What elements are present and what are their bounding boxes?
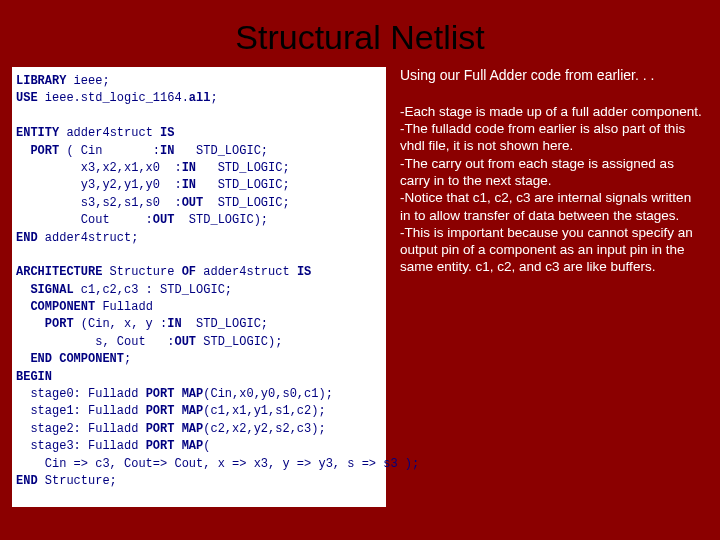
vhdl-code: LIBRARY ieee; USE ieee.std_logic_1164.al… [12,67,386,507]
t: adder4struct; [38,231,139,245]
t: ; [210,91,217,105]
kw: COMPONENT [16,300,95,314]
content-row: LIBRARY ieee; USE ieee.std_logic_1164.al… [0,67,720,507]
kw: OUT [182,196,204,210]
t: s3,s2,s1,s0 : [16,196,182,210]
t: STD_LOGIC; [196,178,290,192]
slide-title: Structural Netlist [0,0,720,67]
kw: END COMPONENT [16,352,124,366]
bullet-list: -Each stage is made up of a full adder c… [400,103,702,276]
t: ; [124,352,131,366]
kw: OUT [153,213,175,227]
t: adder4struct [59,126,160,140]
t: y3,y2,y1,y0 : [16,178,182,192]
kw: SIGNAL [16,283,74,297]
kw: IS [160,126,174,140]
t: Cin => c3, Cout=> Cout, x => x3, y => y3… [16,457,419,471]
kw: ARCHITECTURE [16,265,102,279]
kw: PORT [16,144,59,158]
kw: IN [182,161,196,175]
t: STD_LOGIC; [196,161,290,175]
kw: USE [16,91,38,105]
t: ( [203,439,210,453]
kw: LIBRARY [16,74,66,88]
kw: OF [182,265,196,279]
t: Fulladd [95,300,153,314]
kw: IN [167,317,181,331]
t: stage1: Fulladd [16,404,146,418]
kw: OUT [174,335,196,349]
t: stage2: Fulladd [16,422,146,436]
t: Structure [102,265,181,279]
kw: PORT [16,317,74,331]
t: adder4struct [196,265,297,279]
t: (c2,x2,y2,s2,c3); [203,422,325,436]
kw: END [16,474,38,488]
t: Cout : [16,213,153,227]
kw: IN [182,178,196,192]
kw: all [189,91,211,105]
t: ieee; [66,74,109,88]
kw: ENTITY [16,126,59,140]
kw: PORT MAP [146,439,204,453]
explanation-column: Using our Full Adder code from earlier. … [400,67,702,507]
t: ieee.std_logic_1164. [38,91,189,105]
kw: PORT MAP [146,387,204,401]
t: ( Cin : [59,144,160,158]
t: x3,x2,x1,x0 : [16,161,182,175]
kw: PORT MAP [146,422,204,436]
kw: IN [160,144,174,158]
kw: END [16,231,38,245]
t: (Cin, x, y : [74,317,168,331]
t: STD_LOGIC; [203,196,289,210]
t: c1,c2,c3 : STD_LOGIC; [74,283,232,297]
t: STD_LOGIC); [174,213,268,227]
t: (c1,x1,y1,s1,c2); [203,404,325,418]
t: STD_LOGIC); [196,335,282,349]
t: s, Cout : [16,335,174,349]
intro-text: Using our Full Adder code from earlier. … [400,67,702,85]
slide: Structural Netlist LIBRARY ieee; USE iee… [0,0,720,540]
kw: BEGIN [16,370,52,384]
t: (Cin,x0,y0,s0,c1); [203,387,333,401]
kw: PORT MAP [146,404,204,418]
t: stage3: Fulladd [16,439,146,453]
t: STD_LOGIC; [182,317,268,331]
t: STD_LOGIC; [174,144,268,158]
t: stage0: Fulladd [16,387,146,401]
kw: IS [297,265,311,279]
t: Structure; [38,474,117,488]
